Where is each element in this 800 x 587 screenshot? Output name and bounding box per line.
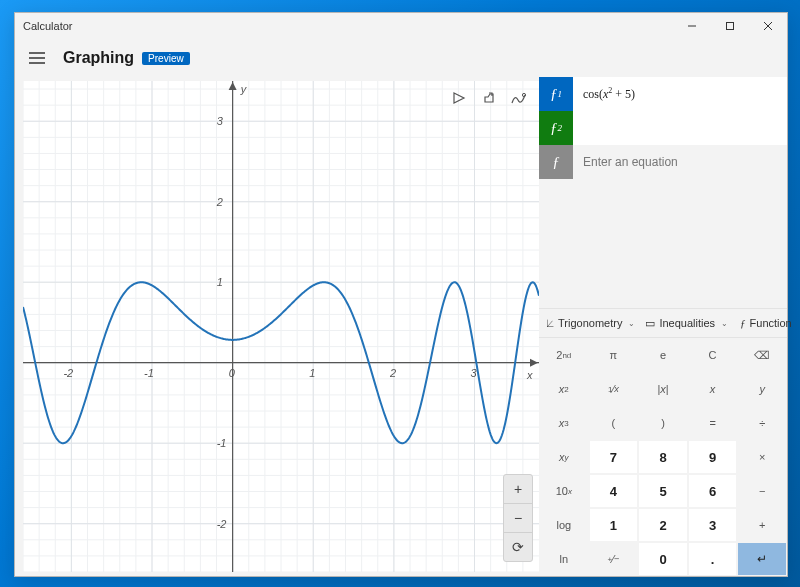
share-icon[interactable] (475, 85, 503, 111)
graph-panel: -2-10123-2-1123xy + (15, 77, 539, 576)
angle-icon: ⟀ (547, 317, 554, 329)
svg-text:0: 0 (229, 367, 236, 379)
key-10[interactable]: 10x (539, 474, 589, 508)
equation-list: ƒ1cos(x2 + 5)ƒ2ƒEnter an equation (539, 77, 787, 179)
key-C[interactable]: C (688, 338, 738, 372)
key-log[interactable]: log (539, 508, 589, 542)
svg-text:-2: -2 (63, 367, 73, 379)
key-4[interactable]: 4 (589, 474, 639, 508)
key-x[interactable]: |x| (638, 372, 688, 406)
svg-text:2: 2 (216, 196, 223, 208)
svg-text:2: 2 (389, 367, 396, 379)
zoom-reset-button[interactable]: ⟳ (504, 533, 532, 561)
key-1[interactable]: 1 (589, 508, 639, 542)
key-2[interactable]: 2 (638, 508, 688, 542)
app-window: Calculator Graphing Preview (14, 12, 788, 577)
svg-text:-1: -1 (144, 367, 154, 379)
key-symbol[interactable]: ⌫ (737, 338, 787, 372)
key-symbol[interactable]: × (737, 440, 787, 474)
close-button[interactable] (749, 13, 787, 39)
equation-expression[interactable]: cos(x2 + 5) (573, 86, 787, 102)
equation-row[interactable]: ƒ1cos(x2 + 5) (539, 77, 787, 111)
right-panel: ƒ1cos(x2 + 5)ƒ2ƒEnter an equation ⟀ Trig… (539, 77, 787, 576)
svg-rect-1 (727, 23, 734, 30)
maximize-button[interactable] (711, 13, 749, 39)
equation-swatch[interactable]: ƒ2 (539, 111, 573, 145)
mode-title: Graphing (63, 49, 134, 67)
equation-row[interactable]: ƒ2 (539, 111, 787, 145)
key-symbol[interactable]: π (589, 338, 639, 372)
key-x[interactable]: x2 (539, 372, 589, 406)
key-8[interactable]: 8 (638, 440, 688, 474)
title-bar: Calculator (15, 13, 787, 39)
key-7[interactable]: 7 (589, 440, 639, 474)
key-symbol[interactable]: . (688, 542, 738, 576)
key-x[interactable]: xy (539, 440, 589, 474)
inequalities-dropdown[interactable]: ▭ Inequalities ⌄ (641, 315, 732, 332)
key-0[interactable]: 0 (638, 542, 688, 576)
chevron-down-icon: ⌄ (628, 319, 635, 328)
graph-canvas[interactable]: -2-10123-2-1123xy (23, 81, 539, 572)
category-strip: ⟀ Trigonometry ⌄ ▭ Inequalities ⌄ ƒ Func… (539, 308, 787, 338)
ineq-label: Inequalities (659, 317, 715, 329)
window-title: Calculator (23, 20, 73, 32)
svg-text:1: 1 (217, 276, 223, 288)
function-button[interactable]: ƒ Function (736, 315, 796, 331)
hamburger-menu-icon[interactable] (25, 46, 49, 70)
minimize-button[interactable] (673, 13, 711, 39)
key-symbol[interactable]: ↵ (737, 542, 787, 576)
svg-marker-84 (530, 359, 538, 367)
preview-badge: Preview (142, 52, 190, 65)
zoom-out-button[interactable]: − (504, 504, 532, 533)
key-e[interactable]: e (638, 338, 688, 372)
svg-text:x: x (526, 369, 533, 381)
key-3[interactable]: 3 (688, 508, 738, 542)
key-y[interactable]: y (737, 372, 787, 406)
key-x[interactable]: x (688, 372, 738, 406)
key-symbol[interactable]: ( (589, 406, 639, 440)
key-symbol[interactable]: = (688, 406, 738, 440)
svg-text:1: 1 (309, 367, 315, 379)
key-symbol[interactable]: +⁄− (589, 542, 639, 576)
key-5[interactable]: 5 (638, 474, 688, 508)
function-icon: ƒ (740, 317, 746, 329)
key-x[interactable]: x3 (539, 406, 589, 440)
equation-swatch[interactable]: ƒ (539, 145, 573, 179)
inequality-icon: ▭ (645, 317, 655, 330)
svg-marker-99 (454, 93, 464, 103)
key-symbol[interactable]: − (737, 474, 787, 508)
graph-options-icon[interactable] (505, 85, 533, 111)
key-symbol[interactable]: 1⁄x (589, 372, 639, 406)
key-9[interactable]: 9 (688, 440, 738, 474)
zoom-in-button[interactable]: + (504, 475, 532, 504)
svg-text:-2: -2 (217, 518, 227, 530)
graph-toolbar (445, 85, 533, 111)
equation-swatch[interactable]: ƒ1 (539, 77, 573, 111)
trig-label: Trigonometry (558, 317, 622, 329)
equation-row[interactable]: ƒEnter an equation (539, 145, 787, 179)
func-label: Function (750, 317, 792, 329)
svg-point-100 (522, 93, 525, 96)
key-symbol[interactable]: ÷ (737, 406, 787, 440)
keypad: 2ndπeC⌫x21⁄x|x|xyx3()=÷xy789×10x456−log1… (539, 338, 787, 576)
trace-icon[interactable] (445, 85, 473, 111)
svg-marker-85 (229, 82, 237, 90)
svg-text:-1: -1 (217, 437, 227, 449)
equation-input-placeholder[interactable]: Enter an equation (573, 155, 787, 169)
svg-text:3: 3 (217, 115, 224, 127)
zoom-controls: + − ⟳ (503, 474, 533, 562)
key-6[interactable]: 6 (688, 474, 738, 508)
chevron-down-icon: ⌄ (721, 319, 728, 328)
key-ln[interactable]: ln (539, 542, 589, 576)
app-header: Graphing Preview (15, 39, 787, 77)
key-2[interactable]: 2nd (539, 338, 589, 372)
trigonometry-dropdown[interactable]: ⟀ Trigonometry ⌄ (543, 315, 639, 331)
key-symbol[interactable]: + (737, 508, 787, 542)
key-symbol[interactable]: ) (638, 406, 688, 440)
